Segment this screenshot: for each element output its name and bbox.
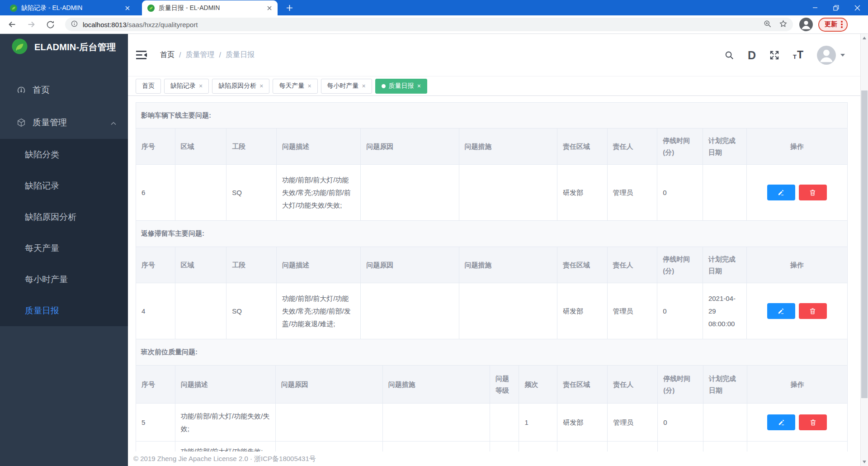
edit-button[interactable] [767, 414, 795, 430]
cell [459, 283, 557, 339]
hamburger-icon[interactable] [136, 50, 147, 60]
column-header: 停线时间(分) [657, 247, 703, 283]
column-header: 问题描述 [276, 247, 360, 283]
minimize-button[interactable] [804, 0, 826, 15]
browser-tab-quality-report[interactable]: 质量日报 - EL-ADMIN [142, 0, 278, 15]
sidebar-item-quality-daily-report[interactable]: 质量日报 [0, 295, 128, 326]
breadcrumb-quality-daily-report: 质量日报 [226, 50, 255, 60]
column-header: 序号 [136, 128, 175, 165]
column-header: 问题措施 [459, 247, 557, 283]
page-footer: © 2019 Zheng Jie Apache License 2.0 · 浙I… [128, 452, 860, 466]
browser-tab-strip: 缺陷记录 - EL-ADMIN 质量日报 - EL-ADMIN [0, 0, 868, 15]
more-menu-icon[interactable] [841, 21, 843, 28]
cell [658, 442, 703, 452]
bookmark-star-icon[interactable] [779, 19, 788, 30]
cell [519, 442, 557, 452]
sidebar-item-defect-records[interactable]: 缺陷记录 [0, 170, 128, 201]
cell [490, 404, 519, 442]
sidebar-item-defect-category[interactable]: 缺陷分类 [0, 139, 128, 170]
cell: SQ [226, 165, 277, 221]
tag-close-icon[interactable]: × [307, 83, 311, 89]
tag-defect-cause-analysis[interactable]: 缺陷原因分析× [212, 79, 269, 94]
column-header: 停线时间(分) [657, 128, 703, 165]
close-window-button[interactable] [847, 0, 868, 15]
cell: 4 [136, 283, 175, 339]
tag-close-icon[interactable]: × [417, 83, 421, 89]
column-header: 停线时间(分) [658, 366, 703, 404]
forward-icon[interactable] [25, 19, 37, 30]
docs-icon[interactable]: D [748, 50, 756, 60]
cell: 研发部 [557, 404, 608, 442]
cube-icon [16, 118, 26, 128]
cell [275, 404, 382, 442]
cell [608, 442, 658, 452]
breadcrumb-home[interactable]: 首页 [160, 50, 175, 60]
search-icon[interactable] [724, 50, 734, 60]
scroll-down-icon[interactable] [863, 461, 866, 463]
restore-button[interactable] [826, 0, 847, 15]
section-offline-issues: 影响车辆下线主要问题: 序号 区域 工段 问题描述 问题原因 问题措施 责任区域… [136, 102, 860, 221]
delete-button[interactable] [799, 185, 827, 200]
cell: 功能/前部/前大灯/功能失效/常亮;功能/前部/前大灯/功能失效/失效; [276, 165, 360, 221]
user-avatar[interactable] [817, 46, 845, 65]
cell: 研发部 [557, 283, 607, 339]
sidebar-item-defect-cause-analysis[interactable]: 缺陷原因分析 [0, 201, 128, 233]
tag-hourly-output[interactable]: 每小时产量× [321, 79, 372, 94]
column-header: 操作 [746, 247, 847, 283]
window-controls [804, 0, 868, 15]
tab-close-icon[interactable] [265, 4, 274, 13]
zoom-icon[interactable] [763, 19, 772, 30]
column-header: 问题描述 [175, 366, 275, 404]
cell [361, 165, 459, 221]
sidebar-item-quality-management[interactable]: 质量管理 [0, 106, 128, 139]
column-header: 问题描述 [276, 128, 360, 165]
delete-button[interactable] [799, 414, 827, 430]
sidebar-item-home[interactable]: 首页 [0, 74, 128, 106]
app-logo-row[interactable]: ELADMIN-后台管理 [0, 34, 128, 60]
column-header: 问题原因 [361, 247, 459, 283]
fullscreen-icon[interactable] [769, 50, 779, 60]
sidebar-item-label: 质量管理 [33, 117, 67, 128]
reload-icon[interactable] [44, 19, 56, 30]
font-size-icon[interactable]: TT [793, 50, 803, 60]
column-header: 问题措施 [459, 128, 557, 165]
cell: 2021-04-29 08:00:00 [703, 283, 746, 339]
scrollbar-thumb[interactable] [861, 90, 868, 398]
column-header: 区域 [175, 128, 226, 165]
column-header: 问题等级 [490, 366, 519, 404]
tag-close-icon[interactable]: × [259, 83, 263, 89]
delete-button[interactable] [799, 303, 827, 319]
column-header: 责任人 [608, 366, 658, 404]
sidebar-item-daily-output[interactable]: 每天产量 [0, 233, 128, 264]
tab-close-icon[interactable] [123, 4, 132, 13]
tag-defect-records[interactable]: 缺陷记录× [164, 79, 209, 94]
browser-update-button[interactable]: 更新 [818, 18, 848, 32]
new-tab-button[interactable] [283, 1, 296, 14]
info-icon[interactable] [71, 20, 78, 29]
sidebar-item-label: 首页 [33, 84, 50, 96]
browser-profile-icon[interactable] [799, 18, 813, 31]
cell [557, 442, 608, 452]
tag-close-icon[interactable]: × [362, 83, 366, 89]
app-title: ELADMIN-后台管理 [34, 41, 116, 53]
tag-close-icon[interactable]: × [199, 83, 203, 89]
cell: 功能/前部/前大灯/功能失效; [175, 442, 275, 452]
back-icon[interactable] [6, 19, 18, 30]
column-header: 计划完成日期 [703, 128, 746, 165]
scroll-up-icon[interactable] [863, 37, 866, 39]
cell [703, 442, 747, 452]
tag-daily-output[interactable]: 每天产量× [273, 79, 317, 94]
page-scrollbar[interactable] [860, 34, 868, 466]
cell: 0 [658, 404, 703, 442]
caret-down-icon [840, 54, 845, 57]
sidebar-item-hourly-output[interactable]: 每小时产量 [0, 264, 128, 295]
tag-home[interactable]: 首页 [136, 79, 161, 94]
browser-tab-defect-records[interactable]: 缺陷记录 - EL-ADMIN [5, 0, 136, 15]
address-bar[interactable]: localhost:8013/saas/hxzz/qualityreport [65, 18, 793, 31]
top-navbar: 首页 / 质量管理 / 质量日报 D TT [128, 34, 860, 76]
edit-button[interactable] [767, 303, 795, 319]
url-text[interactable]: localhost:8013/saas/hxzz/qualityreport [83, 21, 198, 29]
tag-quality-daily-report[interactable]: 质量日报× [375, 79, 427, 94]
edit-button[interactable] [767, 185, 795, 200]
section-shift-top-quality-issues: 班次前位质量问题: 序号 问题描述 问题原因 问题措施 问题等级 频次 责任区域… [136, 339, 860, 452]
